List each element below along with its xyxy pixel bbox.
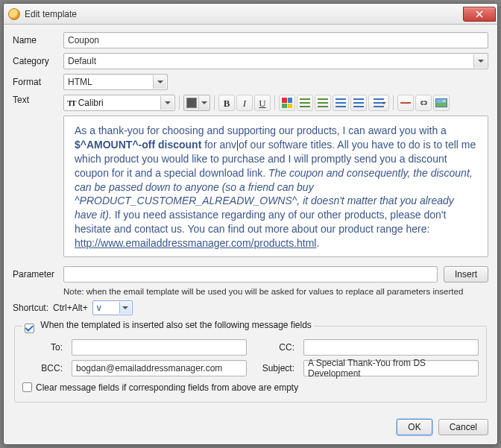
set-fields-group: When the templated is inserted also set …	[14, 320, 487, 403]
format-select[interactable]: HTML	[63, 74, 168, 90]
align-button[interactable]	[368, 95, 389, 111]
font-color-picker[interactable]	[183, 95, 210, 111]
highlight-color-button[interactable]	[279, 95, 295, 111]
insert-line-button[interactable]	[397, 95, 414, 111]
format-label: Format	[13, 77, 57, 87]
increase-indent-button[interactable]	[350, 95, 367, 111]
chevron-down-icon	[119, 302, 131, 314]
titlebar[interactable]: Edit template	[4, 4, 497, 25]
font-select[interactable]: TT Calibri	[63, 95, 175, 111]
bcc-label: BCC:	[22, 363, 66, 373]
image-icon	[435, 98, 447, 107]
ok-button[interactable]: OK	[397, 419, 432, 435]
outdent-icon	[335, 98, 346, 107]
font-glyph-icon: TT	[67, 98, 75, 107]
shortcut-label: Shortcut:	[13, 303, 48, 313]
subject-input[interactable]: A Special Thank-You from DS Development	[303, 360, 479, 376]
cc-input[interactable]	[303, 339, 479, 356]
link-icon	[418, 98, 429, 107]
indent-icon	[353, 98, 364, 107]
align-icon	[374, 98, 384, 107]
chevron-down-icon	[198, 96, 209, 110]
window-title: Edit template	[25, 9, 77, 19]
italic-button[interactable]: I	[236, 95, 253, 111]
insert-image-button[interactable]	[433, 95, 450, 111]
parameter-label: Parameter	[13, 269, 57, 280]
edit-template-dialog: Edit template Name Coupon Category Defau…	[3, 3, 498, 445]
chevron-down-icon	[160, 96, 174, 110]
decrease-indent-button[interactable]	[333, 95, 349, 111]
set-fields-checkbox[interactable]	[25, 324, 34, 333]
chevron-down-icon	[473, 54, 487, 68]
clear-fields-checkbox[interactable]	[22, 382, 32, 392]
cancel-button[interactable]: Cancel	[438, 419, 488, 435]
editor-toolbar: TT Calibri B I U	[63, 95, 450, 111]
clear-fields-label: Clear message fields if corresponding fi…	[36, 382, 298, 393]
template-body-editor[interactable]: As a thank-you for choosing and supporti…	[63, 116, 488, 257]
parameter-note: Note: when the email template will be us…	[63, 287, 488, 296]
bold-button[interactable]: B	[218, 95, 235, 111]
close-button[interactable]	[463, 7, 496, 22]
close-icon	[476, 10, 483, 18]
color-swatch-icon	[186, 98, 197, 108]
chevron-down-icon	[153, 75, 166, 89]
text-label: Text	[13, 95, 57, 105]
bcc-input[interactable]: bogdan@emailaddressmanager.com	[72, 360, 247, 376]
bulleted-list-button[interactable]	[315, 95, 331, 111]
to-label: To:	[22, 342, 66, 353]
insert-link-button[interactable]	[415, 95, 432, 111]
shortcut-key-select[interactable]: v	[92, 300, 133, 315]
category-label: Category	[13, 56, 57, 66]
subject-label: Subject:	[253, 363, 297, 373]
numbered-list-button[interactable]	[297, 95, 313, 111]
underline-button[interactable]: U	[254, 95, 271, 111]
set-fields-label: When the templated is inserted also set …	[40, 320, 312, 330]
app-icon	[8, 8, 20, 20]
num-list-icon	[300, 98, 310, 107]
text-caret	[237, 140, 238, 151]
category-select[interactable]: Default	[63, 53, 488, 69]
name-input[interactable]: Coupon	[63, 32, 488, 48]
body-link[interactable]: http://www.emailaddressmanager.com/produ…	[75, 237, 316, 249]
insert-button[interactable]: Insert	[444, 266, 488, 283]
cc-label: CC:	[253, 342, 297, 353]
bul-list-icon	[318, 98, 328, 107]
name-label: Name	[13, 35, 57, 45]
color-grid-icon	[282, 98, 292, 108]
to-input[interactable]	[72, 339, 247, 356]
shortcut-prefix: Ctrl+Alt+	[53, 303, 88, 313]
horizontal-rule-icon	[400, 102, 411, 104]
parameter-input[interactable]	[63, 266, 438, 283]
